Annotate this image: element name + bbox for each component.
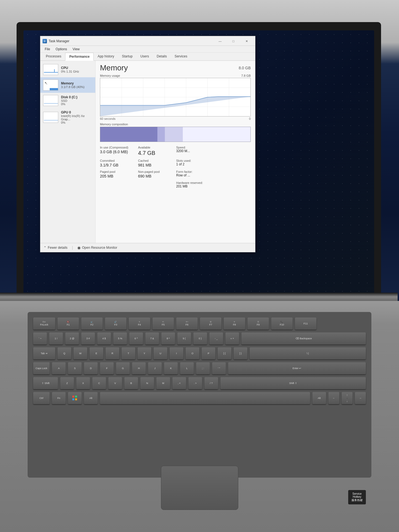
key-left[interactable]: ← xyxy=(328,392,339,404)
key-f8[interactable]: ✈ F8 xyxy=(224,317,245,330)
key-down[interactable]: ↓ xyxy=(347,398,348,404)
key-up[interactable]: ↑ xyxy=(347,392,348,398)
key-tab[interactable]: Tab ⇥ xyxy=(33,347,55,359)
taskmanager-icon: ⊞ xyxy=(43,39,47,43)
gpu-info: GPU 0 Intel(R) Iris(R) Xe Grap... 0% xyxy=(61,110,93,124)
key-x[interactable]: X xyxy=(76,377,90,389)
key-n[interactable]: N xyxy=(140,377,154,389)
menu-file[interactable]: File xyxy=(42,46,53,52)
tab-details[interactable]: Details xyxy=(153,53,171,61)
key-3[interactable]: 3 # xyxy=(81,332,95,345)
key-period[interactable]: . > xyxy=(188,377,202,389)
key-i[interactable]: I xyxy=(170,347,183,359)
key-space[interactable] xyxy=(100,392,310,404)
key-quote[interactable]: ' " xyxy=(212,362,226,374)
key-f5[interactable]: ☀- F5 xyxy=(152,317,174,330)
key-w[interactable]: W xyxy=(73,347,87,359)
key-s[interactable]: S xyxy=(68,362,82,374)
key-9[interactable]: 9 ( xyxy=(177,332,191,345)
key-l[interactable]: L xyxy=(180,362,194,374)
key-d[interactable]: D xyxy=(84,362,98,374)
key-f10[interactable]: 📞 F10 xyxy=(271,317,293,330)
disk-type: SSD xyxy=(61,99,93,102)
tab-users[interactable]: Users xyxy=(136,53,153,61)
maximize-button[interactable]: □ xyxy=(227,38,240,44)
key-right[interactable]: → xyxy=(355,392,366,404)
key-backspace[interactable]: ⌫ Backspace xyxy=(241,332,366,345)
key-capslock[interactable]: Caps Lock xyxy=(33,362,50,374)
key-v[interactable]: V xyxy=(108,377,122,389)
key-u[interactable]: U xyxy=(154,347,167,359)
key-4[interactable]: 4 $ xyxy=(97,332,111,345)
key-q[interactable]: Q xyxy=(57,347,71,359)
tab-apphistory[interactable]: App history xyxy=(94,53,118,61)
key-e[interactable]: E xyxy=(89,347,103,359)
key-b[interactable]: B xyxy=(124,377,138,389)
key-g[interactable]: G xyxy=(116,362,130,374)
key-comma[interactable]: , < xyxy=(172,377,186,389)
key-enter[interactable]: Enter ↩ xyxy=(228,362,366,374)
key-ctrl-l[interactable]: Ctrl xyxy=(33,392,50,404)
key-r[interactable]: R xyxy=(105,347,119,359)
key-shift-l[interactable]: ⇧ Shift xyxy=(33,377,58,389)
stat-speed-label: Speed: xyxy=(176,146,213,149)
key-h[interactable]: H xyxy=(132,362,146,374)
key-esc[interactable]: Esc FnLock xyxy=(33,317,55,330)
key-y[interactable]: Y xyxy=(138,347,151,359)
key-f6[interactable]: ☀+ F6 xyxy=(176,317,198,330)
key-f4[interactable]: ✕ F4 xyxy=(129,317,150,330)
key-f9[interactable]: ☰ F9 xyxy=(247,317,269,330)
key-m[interactable]: M xyxy=(156,377,170,389)
tab-processes[interactable]: Processes xyxy=(42,53,65,61)
sidebar-item-memory[interactable]: ↖ Memory 3.1/7.8 GB (40%) xyxy=(40,77,95,93)
key-f3[interactable]: 🔊 F3 xyxy=(105,317,126,330)
key-o[interactable]: O xyxy=(186,347,199,359)
fewer-details-link[interactable]: ⌃ Fewer details xyxy=(44,246,67,250)
key-1[interactable]: 1 ! xyxy=(49,332,63,345)
key-lbracket[interactable]: [ { xyxy=(218,347,231,359)
key-rbracket[interactable]: ] } xyxy=(234,347,247,359)
key-equals[interactable]: = + xyxy=(225,332,239,345)
key-semicolon[interactable]: ; : xyxy=(196,362,210,374)
key-j[interactable]: J xyxy=(148,362,162,374)
tab-services[interactable]: Services xyxy=(171,53,191,61)
key-t[interactable]: T xyxy=(121,347,135,359)
key-backtick[interactable]: ` ~ xyxy=(33,332,47,345)
key-p[interactable]: P xyxy=(202,347,215,359)
sidebar-item-disk[interactable]: Disk 0 (C:) SSD 0% xyxy=(40,93,95,108)
key-backslash[interactable]: \ | xyxy=(250,347,366,359)
key-2[interactable]: 2 @ xyxy=(65,332,79,345)
key-slash[interactable]: / ? xyxy=(204,377,218,389)
key-f1[interactable]: 🔇 F1 xyxy=(57,317,79,330)
tab-performance[interactable]: Performance xyxy=(65,53,94,61)
menu-options[interactable]: Options xyxy=(53,46,70,52)
key-fn[interactable]: Fn xyxy=(52,392,66,404)
key-f2[interactable]: 🔉 F2 xyxy=(81,317,103,330)
service-hotkey-line2: Hotkey xyxy=(352,495,363,498)
key-c[interactable]: C xyxy=(92,377,106,389)
key-f11[interactable]: F11 xyxy=(295,317,316,330)
key-k[interactable]: K xyxy=(164,362,178,374)
sidebar-item-gpu[interactable]: GPU 0 Intel(R) Iris(R) Xe Grap... 0% xyxy=(40,108,95,126)
key-shift-r[interactable]: Shift ⇧ xyxy=(220,377,366,389)
minimize-button[interactable]: — xyxy=(214,38,226,44)
close-button[interactable]: ✕ xyxy=(240,38,253,44)
key-0[interactable]: 0 ) xyxy=(193,332,207,345)
key-f7[interactable]: ⊞ F7 xyxy=(200,317,221,330)
key-alt-l[interactable]: Alt xyxy=(84,392,98,404)
key-8[interactable]: 8 * xyxy=(161,332,175,345)
open-monitor-link[interactable]: ◉ Open Resource Monitor xyxy=(77,245,117,250)
key-win[interactable] xyxy=(68,392,82,404)
key-minus[interactable]: - _ xyxy=(209,332,223,345)
key-alt-r[interactable]: Alt xyxy=(312,392,326,404)
key-5[interactable]: 5 % xyxy=(113,332,127,345)
key-z[interactable]: Z xyxy=(60,377,74,389)
touchpad[interactable] xyxy=(161,466,238,510)
sidebar-item-cpu[interactable]: CPU 0% 1.31 GHz xyxy=(40,62,95,77)
menu-view[interactable]: View xyxy=(70,46,83,52)
key-f[interactable]: F xyxy=(100,362,114,374)
key-6[interactable]: 6 ^ xyxy=(129,332,143,345)
key-a[interactable]: A xyxy=(52,362,66,374)
tab-startup[interactable]: Startup xyxy=(118,53,136,61)
key-7[interactable]: 7 & xyxy=(145,332,159,345)
